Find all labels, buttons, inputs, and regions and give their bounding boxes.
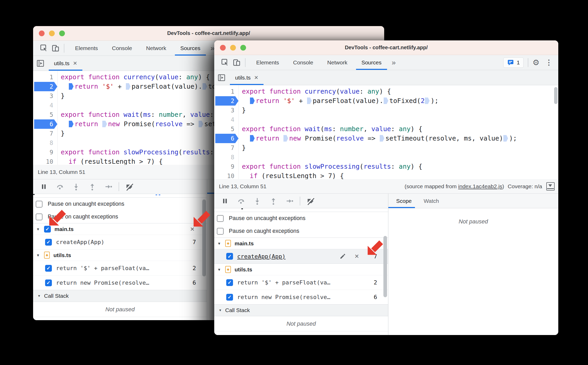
menu-kebab-icon[interactable]: ⋮: [543, 58, 555, 67]
checkbox[interactable]: [36, 201, 42, 208]
desktop-background: DevTools - coffee-cart.netlify.app/ Elem…: [0, 0, 588, 365]
editor-gutter: 12345678910: [33, 71, 58, 165]
checkbox[interactable]: ✓: [45, 279, 52, 286]
sidebar-toggle-icon[interactable]: [33, 56, 48, 71]
breakpoint-item-row[interactable]: ✓return new Promise(resolve…6: [214, 290, 388, 304]
close-window-button[interactable]: [220, 45, 226, 51]
step-into-button[interactable]: [249, 195, 265, 207]
cursor-position: Line 13, Column 51: [219, 183, 266, 190]
checkbox[interactable]: ✓: [45, 265, 52, 272]
inline-breakpoint-marker[interactable]: [250, 135, 255, 142]
breakpoint-flag[interactable]: 2: [34, 82, 57, 91]
disclosure-triangle-icon[interactable]: ▼: [217, 241, 222, 246]
inspect-icon[interactable]: [219, 57, 231, 68]
tab-sources[interactable]: Sources: [354, 55, 389, 70]
disclosure-triangle-icon[interactable]: ▼: [217, 267, 222, 272]
tab-console[interactable]: Console: [286, 55, 320, 70]
file-tab-close-icon[interactable]: ×: [254, 74, 258, 82]
file-tab-close-icon[interactable]: ×: [73, 59, 77, 67]
tab-sources[interactable]: Sources: [173, 41, 207, 56]
zoom-window-button[interactable]: [240, 45, 246, 51]
deactivate-breakpoints-button[interactable]: [121, 181, 137, 192]
step-over-button[interactable]: [233, 195, 249, 207]
device-toolbar-icon[interactable]: [50, 43, 61, 53]
more-tabs-icon[interactable]: »: [389, 58, 399, 67]
pause-script-button[interactable]: [36, 181, 52, 192]
inline-breakpoint-marker[interactable]: [203, 83, 207, 90]
disclosure-triangle-icon[interactable]: ▼: [36, 227, 40, 231]
inspect-icon[interactable]: [38, 43, 50, 53]
scrolled-row-sliver: [33, 194, 207, 198]
minimize-window-button[interactable]: [230, 45, 236, 51]
file-tab-utils-ts[interactable]: utils.ts ×: [49, 56, 82, 71]
line-number: 1: [214, 87, 238, 96]
checkbox[interactable]: [217, 215, 224, 222]
step-into-button[interactable]: [68, 181, 84, 192]
pause-script-button[interactable]: [217, 195, 233, 207]
step-out-button[interactable]: [84, 181, 100, 192]
editor-scrollbar[interactable]: [554, 87, 558, 104]
sidebar-toggle-icon[interactable]: [214, 70, 229, 85]
breakpoint-flag[interactable]: 6: [215, 134, 238, 143]
file-tab-label: utils.ts: [54, 60, 70, 66]
checkbox[interactable]: ✓: [45, 239, 52, 246]
inline-breakpoint-marker[interactable]: [384, 98, 388, 104]
step-button[interactable]: [100, 181, 117, 192]
tab-network[interactable]: Network: [320, 55, 354, 70]
remove-breakpoint-icon[interactable]: ×: [355, 253, 359, 260]
tab-elements[interactable]: Elements: [68, 41, 105, 56]
settings-gear-icon[interactable]: ⚙: [532, 59, 540, 66]
edit-breakpoint-icon[interactable]: [340, 253, 346, 259]
call-stack-header[interactable]: ▼ Call Stack: [33, 290, 207, 302]
inline-breakpoint-marker[interactable]: [250, 98, 255, 104]
close-window-button[interactable]: [39, 31, 45, 36]
deactivate-breakpoints-button[interactable]: [302, 195, 318, 207]
step-button[interactable]: [281, 195, 298, 207]
inline-breakpoint-marker[interactable]: [69, 83, 74, 90]
breakpoint-group-row[interactable]: ▼utils.ts: [33, 249, 207, 261]
breakpoint-group-row[interactable]: ▼main.ts: [214, 238, 388, 249]
inline-breakpoint-marker[interactable]: [425, 98, 430, 104]
disclosure-triangle-icon[interactable]: ▼: [36, 253, 40, 257]
breakpoint-item-row[interactable]: ✓createApp(App)7: [33, 235, 207, 249]
breakpoint-item-row[interactable]: ✓createApp(App)×7: [214, 249, 388, 264]
inline-breakpoint-marker[interactable]: [199, 121, 203, 127]
checkbox[interactable]: [217, 228, 224, 235]
checkbox[interactable]: [36, 214, 42, 220]
minimize-window-button[interactable]: [49, 31, 55, 36]
breakpoint-group-row[interactable]: ▼utils.ts: [214, 264, 388, 275]
device-toolbar-icon[interactable]: [231, 57, 242, 68]
tab-elements[interactable]: Elements: [249, 55, 286, 70]
tab-network[interactable]: Network: [139, 41, 173, 56]
inline-breakpoint-marker[interactable]: [307, 98, 312, 104]
scope-pane: Not paused: [388, 208, 558, 335]
breakpoint-item-row[interactable]: ✓return '$' + parseFloat(va…2: [214, 275, 388, 290]
checkbox[interactable]: ✓: [226, 279, 233, 286]
breakpoint-item-row[interactable]: ✓return new Promise(resolve…6: [33, 275, 207, 290]
breakpoint-flag[interactable]: 6: [34, 119, 57, 129]
tab-watch[interactable]: Watch: [424, 198, 439, 204]
breakpoint-item-row[interactable]: ✓return '$' + parseFloat(va…2: [33, 261, 207, 275]
inline-breakpoint-marker[interactable]: [380, 135, 384, 142]
drawer-toggle-icon[interactable]: [546, 182, 555, 191]
inline-breakpoint-marker[interactable]: [126, 83, 131, 90]
inline-breakpoint-marker[interactable]: [102, 121, 107, 127]
checkbox[interactable]: ✓: [226, 253, 233, 260]
file-tab-utils-ts[interactable]: utils.ts ×: [230, 70, 264, 85]
inline-breakpoint-marker[interactable]: [283, 135, 288, 142]
source-mapped-link[interactable]: index.1ac4eab2.js: [458, 183, 502, 189]
step-out-button[interactable]: [265, 195, 281, 207]
inline-breakpoint-marker[interactable]: [503, 135, 508, 142]
tab-scope[interactable]: Scope: [396, 198, 412, 204]
pause-exceptions-label: Pause on caught exceptions: [229, 228, 299, 234]
zoom-window-button[interactable]: [59, 31, 65, 36]
step-over-button[interactable]: [52, 181, 68, 192]
scroll-indicator: [156, 194, 160, 195]
checkbox[interactable]: ✓: [226, 294, 233, 301]
call-stack-header[interactable]: ▼ Call Stack: [214, 304, 388, 316]
issues-button[interactable]: 1: [503, 57, 524, 68]
inline-breakpoint-marker[interactable]: [69, 121, 74, 127]
tab-console[interactable]: Console: [105, 41, 139, 56]
breakpoint-flag[interactable]: 2: [215, 96, 238, 106]
cursor-position: Line 13, Column 51: [38, 169, 85, 175]
